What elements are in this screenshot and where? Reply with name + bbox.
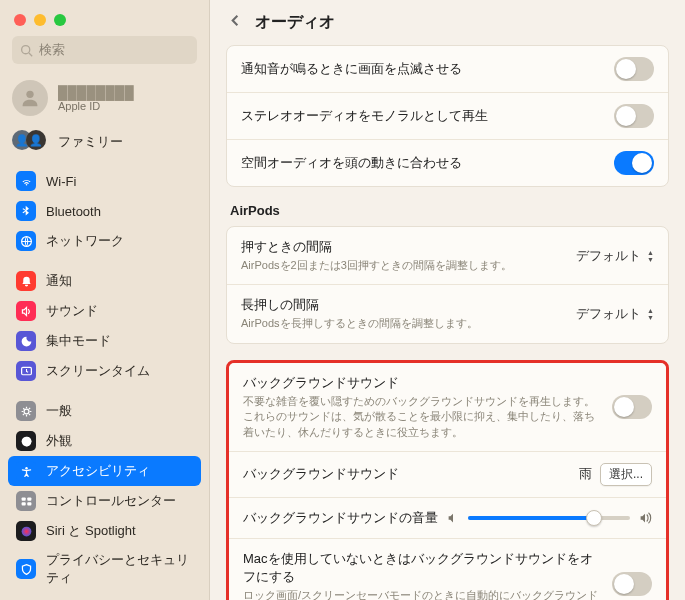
sidebar-item-sound[interactable]: サウンド [8, 296, 201, 326]
airpods-selector-1[interactable]: デフォルト▲▼ [576, 305, 654, 323]
bg-sound-toggle-title: バックグラウンドサウンド [243, 374, 602, 392]
minimize-window-button[interactable] [34, 14, 46, 26]
sound-icon [16, 301, 36, 321]
basic-row-title: 空間オーディオを頭の動きに合わせる [241, 154, 462, 172]
volume-low-icon [446, 511, 460, 525]
svg-rect-10 [21, 502, 25, 505]
family-row[interactable]: 👤👤 ファミリー [0, 124, 209, 164]
bluetooth-icon [16, 201, 36, 221]
privacy-icon [16, 559, 36, 579]
sidebar-item-general[interactable]: 一般 [8, 396, 201, 426]
sidebar-item-label: Siri と Spotlight [46, 522, 136, 540]
basic-row-title: ステレオオーディオをモノラルとして再生 [241, 107, 488, 125]
sidebar-item-label: 外観 [46, 432, 72, 450]
page-title: オーディオ [255, 12, 335, 33]
bg-sound-toggle[interactable] [612, 395, 652, 419]
airpods-selector-0[interactable]: デフォルト▲▼ [576, 247, 654, 265]
sidebar-item-label: 通知 [46, 272, 72, 290]
bg-sound-volume-label: バックグラウンドサウンドの音量 [243, 509, 438, 527]
svg-point-7 [25, 467, 27, 469]
bg-sound-idle-desc: ロック画面/スクリーンセーバモードのときに自動的にバックグラウンドサウンドをオフ… [243, 588, 602, 600]
airpods-group: 押すときの間隔AirPodsを2回または3回押すときの間隔を調整します。デフォル… [226, 226, 669, 344]
svg-rect-8 [21, 497, 25, 500]
airpods-row-0: 押すときの間隔AirPodsを2回または3回押すときの間隔を調整します。デフォル… [227, 227, 668, 285]
sidebar-item-appearance[interactable]: 外観 [8, 426, 201, 456]
appearance-icon [16, 431, 36, 451]
wifi-icon [16, 171, 36, 191]
window-controls [0, 0, 209, 36]
sidebar-item-focus[interactable]: 集中モード [8, 326, 201, 356]
basic-row-title: 通知音が鳴るときに画面を点滅させる [241, 60, 462, 78]
sidebar: 検索 ████████ Apple ID 👤👤 ファミリー Wi-FiBluet… [0, 0, 210, 600]
screentime-icon [16, 361, 36, 381]
sidebar-item-controlcenter[interactable]: コントロールセンター [8, 486, 201, 516]
avatar [12, 80, 48, 116]
sidebar-item-accessibility[interactable]: アクセシビリティ [8, 456, 201, 486]
back-button[interactable] [228, 13, 243, 32]
sidebar-item-label: 一般 [46, 402, 72, 420]
search-placeholder: 検索 [39, 41, 65, 59]
close-window-button[interactable] [14, 14, 26, 26]
siri-icon [16, 521, 36, 541]
airpods-section-title: AirPods [230, 203, 665, 218]
sidebar-item-siri[interactable]: Siri と Spotlight [8, 516, 201, 546]
svg-rect-9 [27, 497, 31, 500]
search-input[interactable]: 検索 [12, 36, 197, 64]
sidebar-item-wifi[interactable]: Wi-Fi [8, 166, 201, 196]
svg-point-12 [21, 526, 31, 536]
bg-sound-idle-row: Macを使用していないときはバックグラウンドサウンドをオフにする ロック画面/ス… [229, 539, 666, 600]
sidebar-item-network[interactable]: ネットワーク [8, 226, 201, 256]
airpods-row-desc: AirPodsを2回または3回押すときの間隔を調整します。 [241, 258, 566, 273]
account-row[interactable]: ████████ Apple ID [0, 74, 209, 124]
maximize-window-button[interactable] [54, 14, 66, 26]
background-sound-group: バックグラウンドサウンド 不要な雑音を覆い隠すためのバックグラウンドサウンドを再… [229, 363, 666, 600]
sidebar-item-notifications[interactable]: 通知 [8, 266, 201, 296]
svg-point-5 [24, 409, 29, 414]
family-icons: 👤👤 [12, 130, 48, 154]
sidebar-item-label: サウンド [46, 302, 98, 320]
focus-icon [16, 331, 36, 351]
highlighted-section: バックグラウンドサウンド 不要な雑音を覆い隠すためのバックグラウンドサウンドを再… [226, 360, 669, 600]
basic-row-2: 空間オーディオを頭の動きに合わせる [227, 140, 668, 186]
airpods-row-1: 長押しの間隔AirPodsを長押しするときの間隔を調整します。デフォルト▲▼ [227, 285, 668, 342]
bg-sound-idle-title: Macを使用していないときはバックグラウンドサウンドをオフにする [243, 550, 602, 586]
sidebar-item-label: 集中モード [46, 332, 111, 350]
svg-point-2 [26, 91, 33, 98]
bg-sound-toggle-desc: 不要な雑音を覆い隠すためのバックグラウンドサウンドを再生します。これらのサウンド… [243, 394, 602, 440]
basic-row-0: 通知音が鳴るときに画面を点滅させる [227, 46, 668, 93]
network-icon [16, 231, 36, 251]
sidebar-item-label: コントロールセンター [46, 492, 176, 510]
bg-sound-select-row: バックグラウンドサウンド 雨 選択... [229, 452, 666, 498]
account-name: ████████ [58, 85, 134, 100]
sidebar-item-label: アクセシビリティ [46, 462, 150, 480]
sidebar-item-label: スクリーンタイム [46, 362, 150, 380]
airpods-row-title: 押すときの間隔 [241, 238, 566, 256]
basic-toggle-1[interactable] [614, 104, 654, 128]
header: オーディオ [210, 0, 685, 41]
content: 通知音が鳴るときに画面を点滅させるステレオオーディオをモノラルとして再生空間オー… [210, 41, 685, 600]
general-icon [16, 401, 36, 421]
basic-toggle-0[interactable] [614, 57, 654, 81]
controlcenter-icon [16, 491, 36, 511]
account-sub: Apple ID [58, 100, 134, 112]
bg-sound-idle-toggle[interactable] [612, 572, 652, 596]
sidebar-item-label: プライバシーとセキュリティ [46, 551, 193, 587]
svg-line-1 [29, 52, 32, 55]
sidebar-nav: Wi-FiBluetoothネットワーク通知サウンド集中モードスクリーンタイム一… [0, 164, 209, 600]
accessibility-icon [16, 461, 36, 481]
sidebar-item-screentime[interactable]: スクリーンタイム [8, 356, 201, 386]
sidebar-item-bluetooth[interactable]: Bluetooth [8, 196, 201, 226]
search-icon [20, 44, 33, 57]
bg-sound-select-button[interactable]: 選択... [600, 463, 652, 486]
sidebar-item-label: ネットワーク [46, 232, 124, 250]
sidebar-item-privacy[interactable]: プライバシーとセキュリティ [8, 546, 201, 592]
basic-group: 通知音が鳴るときに画面を点滅させるステレオオーディオをモノラルとして再生空間オー… [226, 45, 669, 187]
main-panel: オーディオ 通知音が鳴るときに画面を点滅させるステレオオーディオをモノラルとして… [210, 0, 685, 600]
family-label: ファミリー [58, 133, 123, 151]
bg-sound-volume-slider[interactable] [468, 516, 630, 520]
volume-high-icon [638, 511, 652, 525]
basic-toggle-2[interactable] [614, 151, 654, 175]
bg-sound-value: 雨 [579, 465, 592, 483]
svg-point-0 [22, 45, 30, 53]
svg-rect-11 [27, 502, 31, 505]
